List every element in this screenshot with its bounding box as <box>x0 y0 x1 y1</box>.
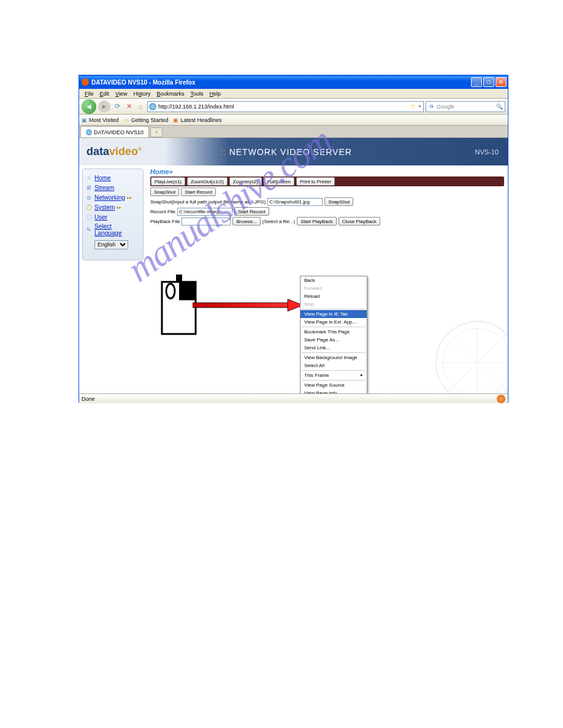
fullscreen-button[interactable]: FullScreen <box>264 177 294 186</box>
tab-bar: DATAVIDEO NVS10 + <box>79 126 508 138</box>
record-label: Record File <box>150 209 175 214</box>
tab-active[interactable]: DATAVIDEO NVS10 <box>80 126 149 137</box>
record-go-button[interactable]: Start Record <box>234 207 269 216</box>
playback-label: PlayBack File <box>150 219 180 224</box>
print-button[interactable]: Print to Printer <box>296 177 335 186</box>
menu-file[interactable]: File <box>82 91 97 97</box>
browse-button[interactable]: Browse... <box>232 217 260 226</box>
rss-icon: ▣ <box>173 117 178 123</box>
toolbar-row-1: PlayLive(x1) ZoomOut(x1/2) ZoomIn(x2) Fu… <box>150 176 504 186</box>
ctx-sendlink[interactable]: Send Link... <box>301 344 367 352</box>
svg-rect-8 <box>179 282 196 300</box>
minimize-button[interactable]: _ <box>471 77 482 87</box>
home-icon: ⌂ <box>85 174 93 181</box>
menu-bar: File Edit View History Bookmarks Tools H… <box>79 89 508 99</box>
ctx-ietab[interactable]: View Page in IE Tab <box>301 310 367 318</box>
svg-line-4 <box>447 333 507 393</box>
menu-bookmarks[interactable]: Bookmarks <box>153 91 187 97</box>
ctx-separator <box>302 309 366 309</box>
dropdown-icon[interactable]: ▼ <box>418 104 422 108</box>
status-text: Done <box>82 396 497 402</box>
ctx-frame[interactable]: This Frame <box>301 371 367 379</box>
ctx-separator <box>302 370 366 371</box>
playback-input[interactable] <box>182 218 231 226</box>
menu-view[interactable]: View <box>112 91 130 97</box>
zoomin-button[interactable]: ZoomIn(x2) <box>229 177 262 186</box>
playback-hint: (Select a file...) <box>262 219 295 224</box>
stop-button[interactable]: ✕ <box>124 102 134 112</box>
status-bar: Done <box>79 393 508 403</box>
nav-networking[interactable]: Networking <box>94 194 125 201</box>
nav-home[interactable]: Home <box>94 175 111 181</box>
back-button[interactable]: ◄ <box>82 99 96 114</box>
url-text: http://192.168.1.213/index.html <box>158 104 408 110</box>
start-playback-button[interactable]: Start PlayBack <box>297 217 336 226</box>
page-icon: ▭ <box>124 117 129 123</box>
ctx-back[interactable]: Back <box>301 276 367 284</box>
svg-rect-11 <box>193 303 291 308</box>
ctx-saveas[interactable]: Save Page As... <box>301 336 367 344</box>
record-input[interactable] <box>177 208 232 216</box>
bookmarks-toolbar: ▣ Most Visited ▭ Getting Started ▣ Lates… <box>79 115 508 126</box>
reload-button[interactable]: ⟳ <box>112 102 122 112</box>
user-icon: ⬚ <box>85 213 93 221</box>
nav-system[interactable]: System <box>94 204 115 211</box>
snapshot-go-button[interactable]: SnapShot <box>324 197 353 206</box>
svg-rect-10 <box>176 275 182 282</box>
snapshot-input[interactable] <box>267 198 323 206</box>
banner-title: :: NETWORK VIDEO SERVER <box>220 147 352 157</box>
ctx-reload[interactable]: Reload <box>301 292 367 300</box>
search-icon[interactable]: 🔍 <box>496 104 503 110</box>
close-button[interactable]: ✕ <box>496 77 507 87</box>
ctx-selectall[interactable]: Select All <box>301 362 367 370</box>
nav-language[interactable]: Select Language <box>94 223 140 237</box>
nav-sidebar: ⌂Home ⊞Stream ◎Networking▸▸ ◯System▸▸ ⬚U… <box>82 169 144 260</box>
compass-watermark: DATAV <box>434 320 508 393</box>
stream-icon: ⊞ <box>85 184 93 191</box>
address-bar[interactable]: http://192.168.1.213/index.html ☆ ▼ <box>147 101 424 112</box>
menu-tools[interactable]: Tools <box>187 91 206 97</box>
ctx-source[interactable]: View Page Source <box>301 381 367 389</box>
close-playback-button[interactable]: Close PlayBack <box>339 217 380 226</box>
menu-edit[interactable]: Edit <box>97 91 113 97</box>
title-bar: DATAVIDEO NVS10 - Mozilla Firefox _ □ ✕ <box>79 75 508 89</box>
firefox-icon <box>82 78 89 86</box>
ctx-separator <box>302 327 366 327</box>
menu-help[interactable]: Help <box>206 91 224 97</box>
language-select[interactable]: English <box>94 240 128 249</box>
new-tab-button[interactable]: + <box>150 127 163 137</box>
window-title: DATAVIDEO NVS10 - Mozilla Firefox <box>91 79 471 86</box>
startrecord-button[interactable]: Start Record <box>181 188 216 196</box>
arrow-annotation <box>193 299 303 311</box>
svg-point-9 <box>166 284 175 298</box>
page-heading: Home» <box>150 168 504 175</box>
bookmark-getting-started[interactable]: ▭ Getting Started <box>124 117 169 123</box>
search-box[interactable]: G Google 🔍 <box>426 101 505 112</box>
maximize-button[interactable]: □ <box>483 77 494 87</box>
bookmark-latest-headlines[interactable]: ▣ Latest Headlines <box>173 117 221 123</box>
ctx-bookmark[interactable]: Bookmark This Page <box>301 328 367 336</box>
tab-title: DATAVIDEO NVS10 <box>94 129 144 135</box>
network-icon: ◎ <box>85 194 93 201</box>
menu-history[interactable]: History <box>130 91 153 97</box>
datavideo-logo: datavideo® <box>86 145 142 158</box>
nav-stream[interactable]: Stream <box>94 184 114 191</box>
nav-user[interactable]: User <box>94 214 107 221</box>
svg-text:DATAV: DATAV <box>470 320 484 323</box>
bookmark-most-visited[interactable]: ▣ Most Visited <box>82 117 119 123</box>
playlive-button[interactable]: PlayLive(x1) <box>151 177 185 186</box>
snapshot-button[interactable]: SnapShot <box>150 188 179 196</box>
snapshot-row: SnapShot(Input a full path output file n… <box>150 197 504 206</box>
svg-line-5 <box>447 333 507 393</box>
tab-favicon <box>86 129 92 135</box>
home-button[interactable]: ⌂ <box>136 102 145 112</box>
ctx-separator <box>302 380 366 381</box>
bookmark-star-icon[interactable]: ☆ <box>410 102 416 110</box>
ctx-bgimage[interactable]: View Background Image <box>301 354 367 362</box>
ctx-separator <box>302 352 366 353</box>
folder-icon: ▣ <box>82 117 87 123</box>
ctx-info[interactable]: View Page Info <box>301 389 367 393</box>
zoomout-button[interactable]: ZoomOut(x1/2) <box>187 177 228 186</box>
forward-button[interactable]: ► <box>98 100 110 113</box>
ctx-extapp[interactable]: View Page in Ext. App... <box>301 318 367 326</box>
